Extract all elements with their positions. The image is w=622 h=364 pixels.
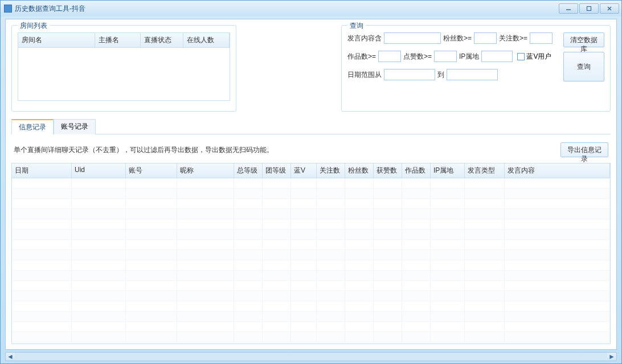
col-account[interactable]: 账号 [126,163,177,178]
col-speech-type[interactable]: 发言类型 [465,163,505,178]
info-desc-row: 单个直播间详细聊天记录（不去重），可以过滤后再导出数据，导出数据无扫码功能。 导… [11,139,611,163]
query-group-title: 查询 [347,21,366,31]
input-follow-gte[interactable] [530,32,553,44]
scroll-right-arrow-icon[interactable]: ► [607,353,616,361]
roomlist-table[interactable]: 房间名 主播名 直播状态 在线人数 [18,32,230,101]
label-likes-gte: 点赞数>= [403,52,432,62]
col-uid[interactable]: Uid [72,163,126,178]
label-speech-contains: 发言内容含 [347,34,382,43]
roomlist-group: 房间列表 房间名 主播名 直播状态 在线人数 [11,25,236,112]
col-ip[interactable]: IP属地 [431,163,465,178]
table-row [12,250,610,260]
col-team-level[interactable]: 团等级 [263,163,291,178]
col-fans[interactable]: 粉丝数 [345,163,374,178]
label-date-to: 到 [437,70,444,80]
label-date-from: 日期范围从 [347,70,382,80]
window-title: 历史数据查询工具-抖音 [15,4,85,14]
table-row [12,301,610,312]
info-data-table[interactable]: 日期 Uid 账号 昵称 总等级 团等级 蓝V 关注数 粉丝数 获赞数 作品数 … [11,163,611,344]
info-table-body [12,178,610,343]
label-follow-gte: 关注数>= [499,34,527,43]
roomlist-col-roomname[interactable]: 房间名 [18,33,95,47]
spacer [243,25,334,112]
input-ip-location[interactable] [481,51,513,62]
table-row [12,189,610,199]
table-row [12,281,610,291]
scrollbar-track[interactable] [15,353,607,361]
clear-db-button[interactable]: 清空数据库 [563,32,604,47]
tab-content-info: 单个直播间详细聊天记录（不去重），可以过滤后再导出数据，导出数据无扫码功能。 导… [11,134,611,344]
table-row [12,178,610,189]
tab-info-records[interactable]: 信息记录 [11,119,54,134]
scroll-left-arrow-icon[interactable]: ◄ [6,353,15,361]
input-fans-gte[interactable] [474,32,497,44]
col-date[interactable]: 日期 [12,163,72,178]
blue-v-checkbox-wrap[interactable]: 蓝V用户 [517,52,551,62]
table-row [12,322,610,332]
query-row-3: 日期范围从 到 [347,69,558,80]
roomlist-col-status[interactable]: 直播状态 [141,33,183,47]
export-info-button[interactable]: 导出信息记录 [560,142,608,157]
info-table-header: 日期 Uid 账号 昵称 总等级 团等级 蓝V 关注数 粉丝数 获赞数 作品数 … [12,163,610,178]
top-row: 房间列表 房间名 主播名 直播状态 在线人数 查询 发言内容含 [11,25,611,112]
table-row [12,209,610,219]
horizontal-scrollbar[interactable]: ◄ ► [5,352,617,361]
tab-headers: 信息记录 账号记录 [11,118,611,134]
label-ip-location: IP属地 [459,52,479,62]
info-description: 单个直播间详细聊天记录（不去重），可以过滤后再导出数据，导出数据无扫码功能。 [14,145,560,155]
window-controls [559,3,619,14]
col-follow[interactable]: 关注数 [317,163,345,178]
table-row [12,260,610,271]
query-row-1: 发言内容含 粉丝数>= 关注数>= [347,32,558,44]
roomlist-header: 房间名 主播名 直播状态 在线人数 [18,33,230,48]
input-date-from[interactable] [384,69,435,80]
titlebar-left: 历史数据查询工具-抖音 [4,4,85,14]
label-blue-v: 蓝V用户 [526,52,551,62]
tabs: 信息记录 账号记录 单个直播间详细聊天记录（不去重），可以过滤后再导出数据，导出… [11,118,611,344]
table-row [12,291,610,301]
query-fields: 发言内容含 粉丝数>= 关注数>= 作品数>= 点赞数>= IP属地 [347,32,558,105]
col-bluev[interactable]: 蓝V [291,163,317,178]
label-works-gte: 作品数>= [347,52,376,62]
table-row [12,230,610,240]
label-fans-gte: 粉丝数>= [443,34,472,43]
input-works-gte[interactable] [378,51,401,62]
content-area: 房间列表 房间名 主播名 直播状态 在线人数 查询 发言内容含 [5,19,617,350]
table-row [12,332,610,342]
roomlist-col-hostname[interactable]: 主播名 [95,33,141,47]
query-button[interactable]: 查询 [563,52,604,81]
minimize-button[interactable] [559,3,578,14]
close-button[interactable] [600,3,619,14]
input-date-to[interactable] [447,69,498,80]
titlebar: 历史数据查询工具-抖音 [1,1,621,17]
table-row [12,271,610,281]
table-row [12,199,610,209]
col-speech-content[interactable]: 发言内容 [505,163,610,178]
col-nickname[interactable]: 昵称 [177,163,234,178]
roomlist-col-online[interactable]: 在线人数 [183,33,230,47]
blue-v-checkbox[interactable] [517,53,525,60]
table-row [12,312,610,322]
table-row [12,219,610,230]
input-likes-gte[interactable] [434,51,457,62]
app-icon [4,5,12,13]
col-works[interactable]: 作品数 [402,163,431,178]
table-row [12,240,610,250]
col-likes[interactable]: 获赞数 [374,163,402,178]
input-speech-contains[interactable] [384,32,441,44]
query-group: 查询 发言内容含 粉丝数>= 关注数>= 作品数>= 点赞数>= [341,25,611,112]
maximize-button[interactable] [579,3,599,14]
query-buttons: 清空数据库 查询 [563,32,604,105]
tab-account-records[interactable]: 账号记录 [54,119,96,134]
query-row-2: 作品数>= 点赞数>= IP属地 蓝V用户 [347,51,558,62]
svg-rect-1 [587,7,591,11]
roomlist-group-title: 房间列表 [18,21,50,31]
col-total-level[interactable]: 总等级 [234,163,263,178]
app-window: 历史数据查询工具-抖音 房间列表 房间名 主播名 直播状态 [0,0,622,364]
